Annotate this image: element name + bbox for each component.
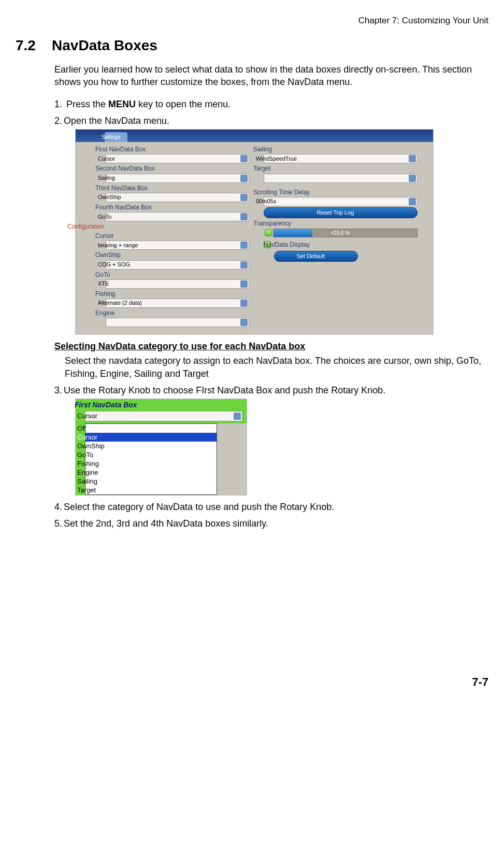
chevron-down-icon: ▾ [240, 175, 248, 182]
section-number: 7.2 [16, 37, 36, 53]
label-target: Target [264, 164, 417, 173]
label-goto: GoTo [106, 271, 249, 279]
dropdown-title: First NavData Box [85, 400, 242, 410]
set-default-button[interactable]: Set Default [274, 251, 358, 262]
label-third-navdata: Third NavData Box [106, 184, 249, 192]
transparency-slider[interactable]: +25.0 % [264, 229, 417, 237]
label-cursor: Cursor [106, 232, 249, 240]
label-engine: Engine [106, 309, 249, 317]
chevron-down-icon: ▾ [240, 300, 248, 307]
label-ownship: OwnShip [106, 251, 249, 259]
select-fourth-navdata[interactable]: GoTo▾ [106, 212, 249, 221]
page-number: 7-7 [16, 675, 488, 689]
chevron-down-icon: ▾ [240, 242, 248, 249]
step-4: 4.Select the category of NavData to use … [54, 501, 488, 513]
chevron-down-icon: ▾ [409, 198, 416, 205]
select-second-navdata[interactable]: Sailing▾ [106, 174, 249, 183]
step-1: 1. Press the MENU key to open the menu. [54, 98, 488, 110]
select-sailing[interactable]: WindSpeedTrue▾ [264, 154, 417, 163]
chevron-down-icon: ▾ [409, 175, 416, 182]
dropdown-list[interactable]: OffCursorOwnShipGoToFishingEngineSailing… [85, 423, 217, 495]
select-ownship[interactable]: COG + SOG▾ [106, 260, 249, 270]
chevron-down-icon: ▾ [240, 319, 248, 326]
dropdown-option[interactable]: GoTo [85, 450, 217, 459]
label-transparency: Transparency [264, 219, 417, 228]
label-second-navdata: Second NavData Box [106, 164, 249, 173]
select-goto[interactable]: XTE▾ [106, 279, 249, 289]
dropdown-option[interactable]: Target [85, 486, 217, 494]
dropdown-option[interactable]: OwnShip [85, 442, 217, 450]
select-first-navdata[interactable]: Cursor▾ [106, 154, 249, 163]
select-target[interactable]: ▾ [264, 174, 417, 183]
intro-paragraph: Earlier you learned how to select what d… [54, 63, 488, 89]
dropdown-option[interactable]: Engine [85, 468, 217, 477]
chevron-down-icon: ▾ [240, 194, 248, 201]
dropdown-option[interactable]: Sailing [85, 477, 217, 486]
navdata-settings-panel: Settings First NavData Box Cursor▾ Secon… [75, 129, 434, 335]
subsection-heading: Selecting NavData category to use for ea… [65, 340, 488, 352]
dropdown-option[interactable]: Cursor [85, 433, 217, 442]
label-fishing: Fishing [106, 290, 249, 298]
step-5: 5.Set the 2nd, 3rd and 4th NavData boxes… [54, 517, 488, 530]
label-scrolling-delay: Scrolling Time Delay [264, 188, 417, 196]
navdata-display-checkbox[interactable]: NavData Display [264, 240, 417, 249]
subsection-body: Select the navdata category to assign to… [65, 355, 488, 380]
step-2: 2.Open the NavData menu. Settings First … [54, 115, 488, 380]
reset-trip-log-button[interactable]: Reset Trip Log [264, 207, 417, 218]
label-fourth-navdata: Fourth NavData Box [106, 203, 249, 211]
select-third-navdata[interactable]: OwnShip▾ [106, 193, 249, 202]
label-sailing: Sailing [264, 145, 417, 153]
select-fishing[interactable]: Alternate (2 data)▾ [106, 299, 249, 308]
dropdown-option[interactable]: Fishing [85, 459, 217, 468]
chevron-down-icon: ▾ [240, 213, 248, 220]
chevron-down-icon: ▾ [234, 413, 241, 420]
select-scrolling-delay[interactable]: 00m05s▾ [264, 197, 417, 206]
tab-bar: Settings [76, 130, 433, 142]
tab-settings[interactable]: Settings [105, 132, 127, 143]
menu-key: MENU [108, 99, 136, 109]
configuration-heading: Configuration [76, 222, 249, 231]
chevron-down-icon: ▾ [240, 261, 248, 268]
select-cursor[interactable]: bearing + range▾ [106, 240, 249, 250]
select-first-navdata-open[interactable]: Cursor ▾ [85, 411, 242, 421]
navdata-dropdown-panel: First NavData Box Cursor ▾ OffCursorOwnS… [75, 399, 247, 495]
section-title: NavData Boxes [52, 37, 157, 53]
chevron-down-icon: ▾ [240, 155, 248, 162]
select-engine[interactable]: ▾ [106, 318, 249, 327]
chapter-header: Chapter 7: Customizing Your Unit [16, 16, 488, 26]
chevron-down-icon: ▾ [240, 280, 248, 288]
section-heading: 7.2 NavData Boxes [16, 37, 488, 54]
label-first-navdata: First NavData Box [106, 145, 249, 153]
led-icon [264, 229, 273, 237]
dropdown-option[interactable]: Off [85, 424, 217, 433]
step-3: 3.Use the Rotary Knob to choose FIrst Na… [54, 384, 488, 495]
chevron-down-icon: ▾ [409, 155, 416, 162]
